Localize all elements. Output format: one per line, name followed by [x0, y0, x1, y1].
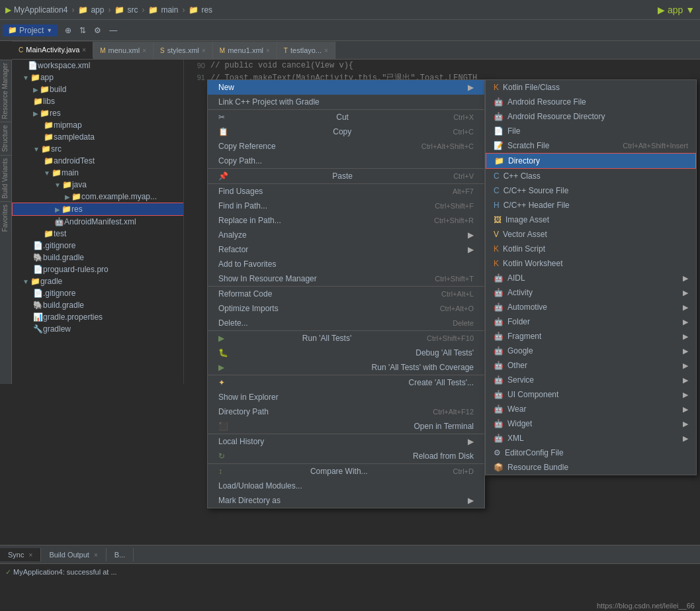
ctx-item-paste[interactable]: 📌 Paste Ctrl+V — [208, 168, 484, 183]
sub-item-folder[interactable]: 🤖 Folder ▶ — [486, 314, 696, 329]
tab-menu[interactable]: M menu.xml × — [93, 42, 153, 59]
tab-close-testlayo[interactable]: × — [324, 47, 328, 54]
sub-item-cpp-source[interactable]: C C/C++ Source File — [486, 183, 696, 198]
ctx-item-mark-directory[interactable]: Mark Directory as ▶ — [208, 493, 484, 508]
sub-item-widget[interactable]: 🤖 Widget ▶ — [486, 416, 696, 431]
project-dropdown[interactable]: 📁 Project ▼ — [3, 24, 58, 36]
tree-item-mipmap[interactable]: 📁 mipmap — [12, 119, 183, 131]
ctx-item-open-terminal[interactable]: ⬛ Open in Terminal — [208, 419, 484, 434]
tree-item-main[interactable]: ▼ 📁 main — [12, 167, 183, 179]
sync-btn[interactable]: ⇅ — [76, 24, 89, 37]
tree-item-com[interactable]: ▶ 📁 com.example.myap... — [12, 191, 183, 203]
ctx-item-show-resource[interactable]: Show In Resource Manager Ctrl+Shift+T — [208, 271, 484, 286]
sub-item-vector-asset[interactable]: V Vector Asset — [486, 227, 696, 242]
ctx-item-reload[interactable]: ↻ Reload from Disk — [208, 449, 484, 463]
tree-item-build[interactable]: ▶ 📁 build — [12, 83, 183, 95]
ctx-item-find-usages[interactable]: Find Usages Alt+F7 — [208, 183, 484, 199]
ctx-item-find-in-path[interactable]: Find in Path... Ctrl+Shift+F — [208, 199, 484, 213]
tree-item-workspace[interactable]: 📄 workspace.xml — [12, 60, 183, 71]
tab-close-menu1[interactable]: × — [266, 47, 270, 54]
ctx-item-compare[interactable]: ↕ Compare With... Ctrl+D — [208, 463, 484, 479]
add-btn[interactable]: ⊕ — [62, 24, 75, 37]
android-run-icon[interactable]: ▶ app ▼ — [658, 5, 695, 15]
tab-build-output[interactable]: Build Output × — [41, 548, 106, 561]
sub-item-scratch-file[interactable]: 📝 Scratch File Ctrl+Alt+Shift+Insert — [486, 138, 696, 153]
tree-item-res-selected[interactable]: ▶ 📁 res — [12, 203, 183, 216]
tab-mainactivity[interactable]: C MainActivity.java × — [12, 42, 93, 59]
sub-item-file[interactable]: 📄 File — [486, 124, 696, 138]
tree-item-gradlew[interactable]: 🔧 gradlew — [12, 323, 183, 335]
sub-item-cpp-class[interactable]: C C++ Class — [486, 169, 696, 183]
ctx-item-copy-path[interactable]: Copy Path... — [208, 154, 484, 168]
tree-item-java[interactable]: ▼ 📁 java — [12, 179, 183, 191]
ctx-item-analyze[interactable]: Analyze ▶ — [208, 228, 484, 242]
sub-item-android-resource-dir[interactable]: 🤖 Android Resource Directory — [486, 109, 696, 124]
ctx-item-optimize[interactable]: Optimize Imports Ctrl+Alt+O — [208, 301, 484, 316]
ctx-item-show-explorer[interactable]: Show in Explorer — [208, 390, 484, 404]
ctx-item-new[interactable]: New ▶ — [208, 80, 484, 95]
tab-b[interactable]: B... — [107, 548, 134, 561]
ctx-item-debug-tests[interactable]: 🐛 Debug 'All Tests' — [208, 346, 484, 360]
sub-item-automotive[interactable]: 🤖 Automotive ▶ — [486, 300, 696, 314]
tree-item-gradle[interactable]: ▼ 📁 gradle — [12, 275, 183, 287]
tree-item-sampledata[interactable]: 📁 sampledata — [12, 131, 183, 143]
build-variants-label[interactable]: Build Variants — [0, 155, 11, 201]
sub-item-resource-bundle[interactable]: 📦 Resource Bundle — [486, 460, 696, 475]
ctx-item-local-history[interactable]: Local History ▶ — [208, 434, 484, 449]
tab-close-styles[interactable]: × — [202, 47, 206, 54]
ctx-item-add-favorites[interactable]: Add to Favorites — [208, 257, 484, 271]
ctx-item-directory-path[interactable]: Directory Path Ctrl+Alt+F12 — [208, 404, 484, 419]
tree-item-libs[interactable]: 📁 libs — [12, 95, 183, 107]
tree-item-app[interactable]: ▼ 📁 app — [12, 71, 183, 83]
sub-item-wear[interactable]: 🤖 Wear ▶ — [486, 402, 696, 416]
tab-menu1[interactable]: M menu1.xml × — [213, 42, 277, 59]
sub-item-service[interactable]: 🤖 Service ▶ — [486, 373, 696, 387]
tree-item-androidtest[interactable]: 📁 androidTest — [12, 155, 183, 167]
sub-item-other[interactable]: 🤖 Other ▶ — [486, 358, 696, 373]
tree-item-gitignore2[interactable]: 📄 .gitignore — [12, 287, 183, 299]
ctx-item-link-cpp[interactable]: Link C++ Project with Gradle — [208, 95, 484, 109]
favorites-label[interactable]: Favorites — [0, 201, 11, 234]
tree-item-res-top[interactable]: ▶ 📁 res — [12, 107, 183, 119]
tab-testlayo[interactable]: T testlayo... × — [277, 42, 335, 59]
ctx-item-refactor[interactable]: Refactor ▶ — [208, 242, 484, 257]
ctx-item-run-coverage[interactable]: ▶ Run 'All Tests' with Coverage — [208, 360, 484, 375]
tree-item-buildgradle[interactable]: 🐘 build.gradle — [12, 252, 183, 263]
sub-item-fragment[interactable]: 🤖 Fragment ▶ — [486, 329, 696, 344]
tab-build-close[interactable]: × — [94, 551, 98, 559]
sub-item-aidl[interactable]: 🤖 AIDL ▶ — [486, 271, 696, 285]
tree-item-buildgradle2[interactable]: 🐘 build.gradle — [12, 299, 183, 311]
sub-item-kotlin-worksheet[interactable]: K Kotlin Worksheet — [486, 256, 696, 271]
ctx-item-copy-reference[interactable]: Copy Reference Ctrl+Alt+Shift+C — [208, 139, 484, 154]
settings-btn[interactable]: ⚙ — [91, 24, 105, 37]
sub-item-ui-component[interactable]: 🤖 UI Component ▶ — [486, 387, 696, 402]
ctx-item-copy[interactable]: 📋 Copy Ctrl+C — [208, 124, 484, 139]
sub-item-editorconfig[interactable]: ⚙ EditorConfig File — [486, 446, 696, 460]
tab-styles[interactable]: S styles.xml × — [153, 42, 213, 59]
sub-item-activity[interactable]: 🤖 Activity ▶ — [486, 285, 696, 300]
sub-item-cpp-header[interactable]: H C/C++ Header File — [486, 198, 696, 212]
ctx-item-cut[interactable]: ✂ Cut Ctrl+X — [208, 109, 484, 124]
sub-item-kotlin-file[interactable]: K Kotlin File/Class — [486, 80, 696, 95]
tree-item-test[interactable]: 📁 test — [12, 228, 183, 240]
sub-item-kotlin-script[interactable]: K Kotlin Script — [486, 242, 696, 256]
ctx-item-delete[interactable]: Delete... Delete — [208, 316, 484, 330]
tab-close-mainactivity[interactable]: × — [82, 46, 86, 54]
sub-item-directory[interactable]: 📁 Directory — [486, 153, 696, 169]
sub-item-google[interactable]: 🤖 Google ▶ — [486, 344, 696, 358]
ctx-item-load-modules[interactable]: Load/Unload Modules... — [208, 479, 484, 493]
tree-item-manifest[interactable]: 🤖 AndroidManifest.xml — [12, 216, 183, 228]
sub-item-image-asset[interactable]: 🖼 Image Asset — [486, 212, 696, 227]
resource-manager-label[interactable]: Resource Manager — [0, 60, 11, 122]
ctx-item-replace-in-path[interactable]: Replace in Path... Ctrl+Shift+R — [208, 213, 484, 228]
minimize-btn[interactable]: — — [106, 24, 120, 37]
ctx-item-run-tests[interactable]: ▶ Run 'All Tests' Ctrl+Shift+F10 — [208, 330, 484, 346]
ctx-item-create-tests[interactable]: ✦ Create 'All Tests'... — [208, 375, 484, 390]
tree-item-src[interactable]: ▼ 📁 src — [12, 143, 183, 155]
tree-item-proguard[interactable]: 📄 proguard-rules.pro — [12, 263, 183, 275]
tab-close-menu[interactable]: × — [142, 47, 146, 54]
tab-sync-close[interactable]: × — [29, 551, 33, 559]
structure-label[interactable]: Structure — [0, 122, 11, 155]
sub-item-xml[interactable]: 🤖 XML ▶ — [486, 431, 696, 446]
tree-item-gitignore[interactable]: 📄 .gitignore — [12, 240, 183, 252]
